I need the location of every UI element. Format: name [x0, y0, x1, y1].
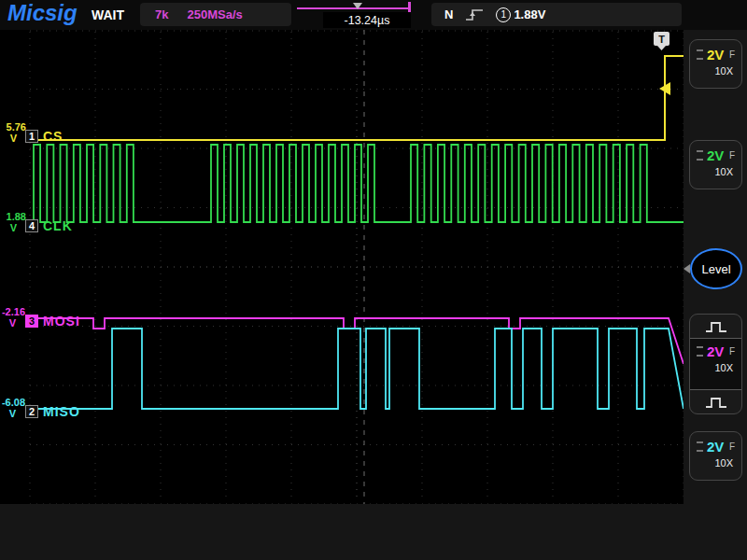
level-pointer-icon	[679, 264, 690, 273]
trigger-level-button[interactable]: Level	[690, 248, 742, 289]
ch4-scale-value: 2V	[707, 147, 724, 163]
pulse-up-button[interactable]	[690, 315, 741, 338]
ch3-badge[interactable]: 3	[25, 315, 38, 328]
ch1-badge[interactable]: 1	[25, 130, 38, 143]
menu-lines-icon	[697, 346, 703, 357]
sample-rate: 250MSa/s	[187, 7, 242, 21]
ch4-probe-factor: 10X	[697, 166, 735, 177]
menu-lines-icon	[697, 150, 703, 161]
ch2-name-label: MISO	[43, 404, 80, 419]
ch4-level-readout: 1.88 V	[1, 211, 26, 233]
trigger-level-value: 1.88V	[514, 7, 545, 21]
ch1-label: 1 CS	[25, 129, 63, 144]
ch3-name-label: MOSI	[43, 314, 80, 329]
menu-lines-icon	[697, 441, 703, 452]
ch2-badge[interactable]: 2	[25, 405, 38, 418]
pulse-icon	[704, 396, 728, 409]
ch3-coupling: F	[729, 346, 735, 357]
ch3-label: 3 MOSI	[25, 314, 80, 329]
ch2-label: 2 MISO	[25, 404, 80, 419]
scope-graticule-and-traces[interactable]: T	[0, 30, 684, 504]
pulse-icon	[704, 320, 728, 333]
ch3-probe-factor: 10X	[697, 362, 735, 373]
pulse-down-button[interactable]	[690, 390, 741, 413]
ch4-name-label: CLK	[43, 218, 73, 233]
rising-edge-icon	[464, 7, 485, 22]
ch2-scale-value: 2V	[707, 439, 724, 455]
ch1-coupling: F	[729, 49, 735, 60]
acquisition-info-box[interactable]: 7k 250MSa/s	[140, 3, 291, 26]
ch1-level-readout: 5.76 V	[1, 121, 26, 144]
waveform-display[interactable]: T 5.76 V 1 CS 1.88 V 4 CLK -2.16 V 3 MOS…	[0, 30, 684, 504]
ch1-scale-button[interactable]: 2V F 10X	[689, 39, 742, 89]
ch1-scale-value: 2V	[707, 47, 724, 63]
ch3-scale-value: 2V	[707, 343, 724, 359]
trigger-source-badge: 1	[496, 7, 511, 22]
ch3-scale-button[interactable]: 2V F 10X	[690, 338, 741, 390]
ch2-level-readout: -6.08 V	[0, 397, 25, 419]
ch4-coupling: F	[729, 150, 735, 161]
brand-logo: Micsig	[7, 0, 78, 26]
svg-text:T: T	[658, 34, 665, 45]
top-bar: Micsig WAIT 7k 250MSa/s -13.24µs N 1 1.8…	[0, 0, 747, 30]
oscilloscope-ui: Micsig WAIT 7k 250MSa/s -13.24µs N 1 1.8…	[0, 0, 747, 560]
ch2-coupling: F	[729, 441, 735, 452]
ch4-label: 4 CLK	[25, 218, 73, 233]
menu-lines-icon	[697, 49, 703, 60]
acquisition-status: WAIT	[92, 7, 124, 22]
ch3-control-group: 2V F 10X	[689, 314, 742, 414]
trigger-position-end-tick	[408, 2, 411, 12]
ch3-level-readout: -2.16 V	[0, 306, 25, 329]
trigger-position-readout[interactable]: -13.24µs	[323, 12, 411, 28]
ch2-probe-factor: 10X	[697, 457, 735, 469]
ch4-badge[interactable]: 4	[25, 219, 38, 232]
bottom-bar: Fine 2µs CHx	[0, 504, 747, 560]
memory-depth: 7k	[155, 7, 168, 21]
trigger-mode: N	[444, 7, 453, 21]
trigger-level-readout: 1 1.88V	[496, 7, 545, 22]
ch4-scale-button[interactable]: 2V F 10X	[689, 140, 742, 189]
ch1-probe-factor: 10X	[697, 65, 735, 77]
ch1-name-label: CS	[43, 129, 63, 144]
ch2-scale-button[interactable]: 2V F 10X	[689, 431, 742, 481]
trigger-info-box[interactable]: N 1 1.88V	[431, 3, 682, 26]
